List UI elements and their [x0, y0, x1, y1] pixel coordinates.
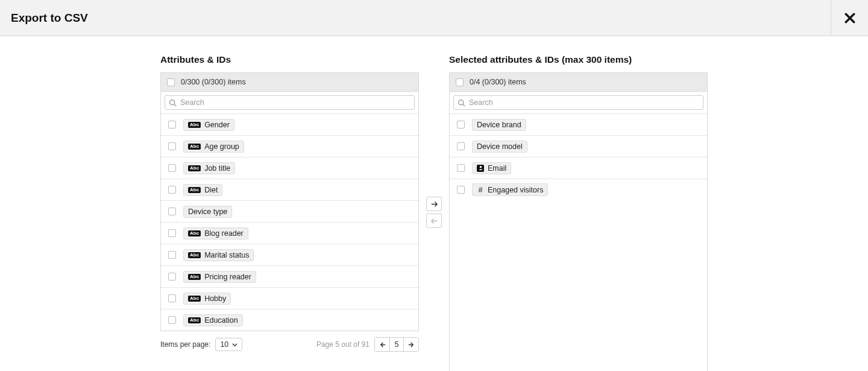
item-chip[interactable]: AbcEducation [183, 314, 243, 326]
item-label: Engaged visitors [488, 186, 543, 194]
available-select-all-row: 0/300 (0/300) items [161, 73, 418, 92]
item-checkbox[interactable] [168, 229, 176, 237]
list-item: AbcJob title [161, 157, 418, 179]
item-chip[interactable]: AbcGender [183, 119, 234, 131]
list-item: AbcGender [161, 113, 418, 135]
search-icon [458, 99, 465, 107]
list-item: AbcHobby [161, 287, 418, 309]
abc-icon: Abc [188, 252, 201, 258]
item-chip[interactable]: AbcMarital status [183, 249, 254, 261]
available-page-input[interactable]: 5 [389, 338, 404, 351]
item-checkbox[interactable] [168, 208, 176, 215]
item-label: Diet [204, 186, 218, 194]
dialog-header: Export to CSV [0, 0, 868, 36]
available-select-all-label: 0/300 (0/300) items [181, 78, 246, 86]
move-left-button[interactable] [426, 214, 442, 228]
item-checkbox[interactable] [457, 164, 465, 172]
selected-search-row [450, 92, 707, 113]
transfer-controls [426, 197, 442, 228]
available-search-wrap[interactable] [165, 95, 415, 110]
item-checkbox[interactable] [168, 186, 176, 194]
item-chip[interactable]: AbcDiet [183, 184, 222, 196]
selected-select-all-row: 0/4 (0/300) items [450, 73, 707, 92]
hash-icon: # [477, 185, 484, 194]
abc-icon: Abc [188, 317, 201, 323]
abc-icon: Abc [188, 144, 201, 150]
available-search-input[interactable] [180, 98, 410, 107]
item-label: Hobby [204, 294, 226, 303]
available-footer: Items per page: 10 Page 5 out of 91 5 [160, 337, 419, 352]
abc-icon: Abc [188, 187, 201, 193]
item-label: Age group [204, 142, 239, 151]
selected-search-wrap[interactable] [453, 95, 703, 110]
item-chip[interactable]: AbcAge group [183, 141, 244, 153]
list-item: #Engaged visitors [450, 179, 707, 200]
list-item: AbcMarital status [161, 244, 418, 265]
svg-point-4 [479, 166, 482, 168]
available-per-page-select[interactable]: 10 [215, 338, 242, 351]
close-button[interactable] [831, 0, 868, 36]
item-checkbox[interactable] [457, 186, 465, 194]
item-checkbox[interactable] [168, 142, 176, 150]
item-label: Gender [204, 121, 230, 129]
item-checkbox[interactable] [168, 316, 176, 324]
item-label: Job title [204, 164, 230, 173]
list-item: Device brand [450, 113, 707, 135]
abc-icon: Abc [188, 296, 201, 302]
item-checkbox[interactable] [168, 251, 176, 259]
list-item: AbcPricing reader [161, 265, 418, 287]
abc-icon: Abc [188, 165, 201, 171]
item-label: Device model [477, 142, 523, 151]
selected-box: 0/4 (0/300) items Device brandDevice mod… [449, 72, 708, 371]
item-chip[interactable]: Device type [183, 206, 232, 218]
item-checkbox[interactable] [457, 121, 465, 128]
available-panel: Attributes & IDs 0/300 (0/300) items Abc… [160, 54, 419, 352]
list-item: AbcAge group [161, 135, 418, 157]
svg-line-3 [463, 104, 465, 106]
dialog-body: Attributes & IDs 0/300 (0/300) items Abc… [0, 36, 868, 371]
arrow-right-icon [408, 341, 415, 348]
item-checkbox[interactable] [168, 121, 176, 128]
dialog-title: Export to CSV [11, 11, 88, 25]
item-label: Device type [188, 208, 227, 216]
selected-list: Device brandDevice modelEmail#Engaged vi… [450, 113, 707, 305]
person-icon [477, 165, 484, 172]
selected-list-fill [450, 305, 707, 371]
available-next-button[interactable] [404, 338, 418, 351]
item-chip[interactable]: Device model [472, 141, 527, 153]
available-select-all-checkbox[interactable] [167, 78, 175, 86]
item-chip[interactable]: AbcHobby [183, 293, 231, 305]
item-label: Email [488, 164, 506, 173]
available-per-page-label: Items per page: [160, 340, 210, 349]
item-chip[interactable]: Email [472, 162, 511, 174]
arrow-right-icon [430, 200, 438, 208]
item-checkbox[interactable] [168, 164, 176, 172]
item-label: Blog reader [204, 229, 244, 238]
move-right-button[interactable] [426, 197, 442, 211]
available-title: Attributes & IDs [160, 54, 419, 65]
available-search-row [161, 92, 418, 113]
item-checkbox[interactable] [457, 142, 465, 150]
selected-select-all-checkbox[interactable] [456, 78, 464, 86]
item-label: Marital status [204, 251, 249, 259]
selected-select-all-label: 0/4 (0/300) items [470, 78, 526, 86]
item-chip[interactable]: AbcBlog reader [183, 227, 248, 239]
list-item: Device type [161, 200, 418, 222]
selected-panel: Selected attributes & IDs (max 300 items… [449, 54, 708, 371]
item-chip[interactable]: #Engaged visitors [472, 183, 548, 196]
item-label: Device brand [477, 121, 521, 129]
available-box: 0/300 (0/300) items AbcGenderAbcAge grou… [160, 72, 419, 331]
svg-line-1 [174, 104, 176, 106]
item-chip[interactable]: AbcPricing reader [183, 271, 256, 283]
item-checkbox[interactable] [168, 294, 176, 302]
abc-icon: Abc [188, 122, 201, 128]
svg-point-2 [459, 100, 464, 104]
available-prev-button[interactable] [375, 338, 389, 351]
arrow-left-icon [379, 341, 386, 348]
selected-search-input[interactable] [469, 98, 699, 107]
item-chip[interactable]: AbcJob title [183, 162, 235, 174]
item-checkbox[interactable] [168, 273, 176, 281]
list-item: AbcEducation [161, 309, 418, 331]
list-item: AbcDiet [161, 179, 418, 200]
item-chip[interactable]: Device brand [472, 119, 526, 131]
